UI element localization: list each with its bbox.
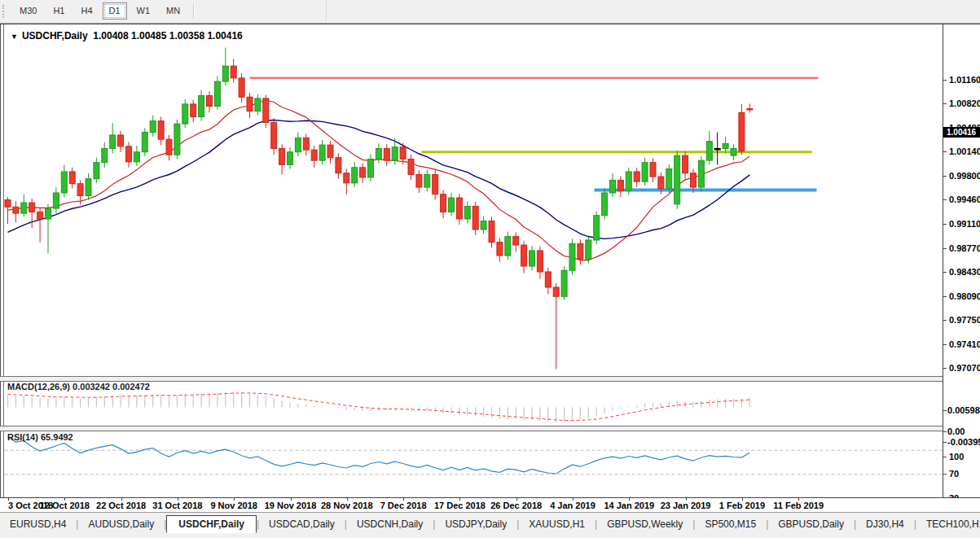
candle-body: [13, 207, 19, 213]
candle-body: [530, 251, 535, 266]
macd-value-signal: 0.002472: [112, 382, 150, 391]
candle-body: [110, 135, 116, 148]
date-axis-label: 19 Nov 2018: [265, 501, 317, 510]
chart-window: ▼USDCHF,Daily 1.00408 1.00485 1.00358 1.…: [0, 24, 980, 513]
toolbar-grip-handle[interactable]: [2, 5, 7, 18]
chart-dropdown-icon[interactable]: ▼: [11, 33, 18, 41]
candle-body: [449, 198, 455, 212]
date-axis-label: 7 Dec 2018: [380, 501, 427, 510]
candle-body: [650, 163, 656, 177]
price-axis-tick: [943, 103, 947, 104]
candle-body: [683, 155, 688, 173]
candle-body: [545, 272, 551, 287]
candle-body: [658, 177, 664, 189]
panel-separator-rsi[interactable]: [0, 426, 980, 431]
candle-body: [166, 139, 172, 155]
candle-body: [408, 159, 414, 174]
chart-tab-gbpusd[interactable]: GBPUSD,Daily: [768, 516, 854, 532]
macd-value-main: 0.003242: [73, 382, 110, 391]
timeframe-button-w1[interactable]: W1: [130, 2, 157, 20]
price-axis-label: 0.98770: [949, 243, 980, 253]
candle-body: [319, 145, 325, 160]
candle-body: [46, 208, 51, 219]
date-axis-tick: [516, 498, 517, 501]
candle-body: [441, 195, 446, 212]
candle-body: [295, 138, 301, 151]
candle-body: [569, 243, 575, 270]
candle-body: [594, 216, 600, 240]
chart-tab-tech100[interactable]: TECH100,H1: [916, 516, 980, 532]
candle-body: [706, 142, 712, 160]
chart-tab-gbpusd[interactable]: GBPUSD,Weekly: [597, 516, 692, 532]
candle-body: [472, 206, 478, 230]
candle-body: [311, 150, 317, 160]
candles-layer: [5, 48, 753, 370]
candle-body: [360, 168, 366, 177]
candle-body: [191, 104, 196, 117]
chart-tab-dj30[interactable]: DJ30,H4: [856, 516, 914, 532]
current-price-tag: 1.00416: [943, 127, 980, 138]
candle-body: [513, 237, 519, 245]
date-axis-tick: [8, 498, 9, 501]
timeframe-button-m30[interactable]: M30: [13, 2, 43, 20]
chart-tab-bar: EURUSD,H4|AUDUSD,Daily|USDCHF,Daily|USDC…: [0, 512, 980, 538]
timeframe-button-h1[interactable]: H1: [46, 2, 71, 20]
candle-body: [456, 198, 462, 219]
timeframe-button-h4[interactable]: H4: [74, 2, 99, 20]
candle-body: [561, 270, 567, 296]
price-axis-label: 0.99110: [949, 219, 980, 229]
candle-body: [21, 203, 27, 213]
candle-body: [723, 143, 728, 148]
toolbar-separator: [193, 4, 195, 19]
rsi-axis-tick: [943, 457, 947, 457]
chart-symbol-label: USDCHF,Daily: [22, 30, 88, 42]
price-axis-label: 0.97750: [949, 315, 980, 325]
date-axis-label: 31 Oct 2018: [152, 501, 202, 510]
date-axis-label: 17 Dec 2018: [434, 501, 486, 510]
mt4-terminal: M30H1H4D1W1MN ▼USDCHF,Daily 1.00408 1.00…: [0, 0, 980, 538]
date-axis-label: 22 Oct 2018: [96, 501, 146, 510]
candle-body: [400, 147, 406, 160]
price-chart-canvas[interactable]: [4, 26, 943, 375]
date-axis-tick: [629, 498, 630, 501]
candle-body: [747, 108, 753, 110]
candle-body: [231, 66, 236, 78]
timeframe-button-d1[interactable]: D1: [103, 2, 127, 20]
candle-body: [537, 251, 543, 272]
price-axis-tick: [943, 296, 947, 297]
candle-body: [263, 98, 269, 122]
candle-body: [118, 135, 124, 147]
candle-body: [578, 243, 583, 259]
rsi-panel-canvas[interactable]: [4, 431, 943, 496]
panel-separator-macd[interactable]: [0, 376, 980, 382]
date-axis-label: 11 Feb 2019: [773, 501, 824, 510]
chart-tab-xauusd[interactable]: XAUUSD,H1: [519, 516, 595, 532]
chart-tab-usdjpy[interactable]: USDJPY,Daily: [435, 516, 516, 532]
date-axis-label: 23 Jan 2019: [661, 501, 711, 510]
candle-body: [134, 152, 139, 162]
chart-title: ▼USDCHF,Daily 1.00408 1.00485 1.00358 1.…: [11, 30, 243, 42]
chart-tab-usdcad[interactable]: USDCAD,Daily: [259, 516, 345, 532]
candle-body: [714, 148, 720, 150]
candle-body: [327, 145, 333, 158]
chart-tab-usdcnh[interactable]: USDCNH,Daily: [347, 516, 433, 532]
chart-tab-usdchf[interactable]: USDCHF,Daily: [166, 515, 257, 533]
price-axis-label: 1.00140: [949, 147, 980, 156]
candle-body: [336, 158, 341, 173]
rsi-line: [8, 437, 750, 474]
date-axis-tick: [291, 498, 292, 501]
date-axis-tick: [64, 498, 65, 501]
date-axis[interactable]: 3 Oct 201812 Oct 201822 Oct 201831 Oct 2…: [0, 498, 980, 513]
macd-axis-label: 0.005985: [947, 405, 980, 415]
candle-body: [126, 147, 132, 162]
candle-body: [464, 206, 470, 219]
chart-tab-sp500[interactable]: SP500,M15: [695, 516, 766, 532]
price-axis-label: 1.01160: [949, 75, 980, 85]
chart-tab-eurusd[interactable]: EURUSD,H4: [0, 516, 76, 532]
chart-tab-audusd[interactable]: AUDUSD,Daily: [78, 516, 164, 532]
price-axis[interactable]: 1.011601.008201.004801.001400.998000.994…: [943, 24, 980, 497]
candle-body: [739, 112, 745, 151]
timeframe-button-mn[interactable]: MN: [160, 2, 187, 20]
candle-body: [142, 133, 147, 152]
date-axis-tick: [234, 498, 235, 501]
